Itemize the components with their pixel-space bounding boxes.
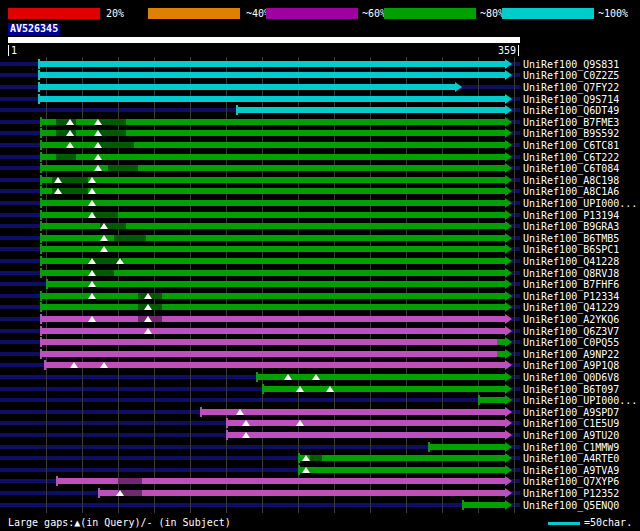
hit-label[interactable]: UniRef100_A9NP22: [523, 349, 619, 360]
alignment-bar-segment[interactable]: [138, 165, 505, 171]
hit-label[interactable]: UniRef100_P12334: [523, 291, 619, 302]
hit-label[interactable]: UniRef100_P13194: [523, 210, 619, 221]
hit-label[interactable]: UniRef100_C6T084: [523, 163, 619, 174]
hit-label[interactable]: UniRef100_Q9S831: [523, 59, 619, 70]
hit-label[interactable]: UniRef100_A2YKQ6: [523, 314, 619, 325]
alignment-bar-segment[interactable]: [40, 258, 90, 264]
hit-label[interactable]: UniRef100_B6TMB5: [523, 233, 619, 244]
alignment-bar-segment[interactable]: [38, 84, 455, 90]
hit-label[interactable]: UniRef100_Q41229: [523, 302, 619, 313]
alignment-bar-segment[interactable]: [40, 339, 497, 345]
hit-label[interactable]: UniRef100_UPI000...: [523, 198, 637, 209]
alignment-bar-segment[interactable]: [122, 258, 505, 264]
alignment-bar-segment[interactable]: [44, 362, 505, 368]
hit-label[interactable]: UniRef100_B9GRA3: [523, 221, 619, 232]
hit-label[interactable]: UniRef100_A9P1Q8: [523, 360, 619, 371]
hit-label[interactable]: UniRef100_Q9S714: [523, 94, 619, 105]
hit-label[interactable]: UniRef100_Q7XYP6: [523, 476, 619, 487]
alignment-bar-segment[interactable]: [298, 467, 505, 473]
hit-label[interactable]: UniRef100_Q6DT49: [523, 105, 619, 116]
alignment-bar-segment[interactable]: [226, 432, 505, 438]
hit-label[interactable]: UniRef100_C6T222: [523, 152, 619, 163]
alignment-bar-segment[interactable]: [56, 154, 76, 160]
alignment-bar-segment[interactable]: [40, 200, 505, 206]
hit-label[interactable]: UniRef100_A8C1A6: [523, 186, 619, 197]
alignment-bar-segment[interactable]: [497, 339, 505, 345]
alignment-bar-segment[interactable]: [46, 281, 505, 287]
hit-label[interactable]: UniRef100_B7FME3: [523, 117, 619, 128]
alignment-bar-segment[interactable]: [118, 478, 142, 484]
alignment-bar-segment[interactable]: [56, 478, 118, 484]
alignment-bar-segment[interactable]: [310, 455, 322, 461]
hit-label[interactable]: UniRef100_B6SPC1: [523, 244, 619, 255]
alignment-bar-segment[interactable]: [497, 351, 505, 357]
hit-label[interactable]: UniRef100_Q6Z3V7: [523, 326, 619, 337]
hit-label[interactable]: UniRef100_C0Z2Z5: [523, 70, 619, 81]
hit-label[interactable]: UniRef100_Q7FY22: [523, 82, 619, 93]
hit-label[interactable]: UniRef100_UPI000...: [523, 395, 637, 406]
alignment-bar-segment[interactable]: [40, 212, 94, 218]
hit-label[interactable]: UniRef100_B7FHF6: [523, 279, 619, 290]
alignment-bar-segment[interactable]: [40, 328, 505, 334]
alignment-bar-segment[interactable]: [142, 478, 505, 484]
alignment-bar-segment[interactable]: [38, 96, 505, 102]
hit-label[interactable]: UniRef100_C1MMW9: [523, 442, 619, 453]
hit-label[interactable]: UniRef100_A8C198: [523, 175, 619, 186]
alignment-bar-segment[interactable]: [40, 270, 90, 276]
alignment-bar-segment[interactable]: [108, 165, 138, 171]
alignment-bar-segment[interactable]: [162, 316, 505, 322]
alignment-bar-segment[interactable]: [40, 246, 505, 252]
alignment-bar-segment[interactable]: [40, 223, 100, 229]
hit-label[interactable]: UniRef100_Q8RVJ8: [523, 268, 619, 279]
alignment-bar-segment[interactable]: [38, 72, 505, 78]
alignment-bar-segment[interactable]: [146, 235, 505, 241]
alignment-bar-segment[interactable]: [126, 130, 505, 136]
alignment-bar-segment[interactable]: [462, 502, 505, 508]
alignment-bar-segment[interactable]: [40, 130, 56, 136]
alignment-bar-segment[interactable]: [94, 212, 118, 218]
alignment-bar-segment[interactable]: [428, 444, 505, 450]
alignment-bar-segment[interactable]: [40, 351, 497, 357]
alignment-bar-segment[interactable]: [126, 223, 505, 229]
alignment-bar-segment[interactable]: [236, 107, 505, 113]
hit-label[interactable]: UniRef100_B6T097: [523, 384, 619, 395]
alignment-bar-segment[interactable]: [142, 490, 505, 496]
hit-label[interactable]: UniRef100_Q41228: [523, 256, 619, 267]
alignment-bar-segment[interactable]: [98, 490, 118, 496]
hit-label[interactable]: UniRef100_A9TVA9: [523, 465, 619, 476]
hit-label[interactable]: UniRef100_C6TC81: [523, 140, 619, 151]
hit-label[interactable]: UniRef100_Q0D6V8: [523, 372, 619, 383]
hit-label[interactable]: UniRef100_A4RTE0: [523, 453, 619, 464]
alignment-bar-segment[interactable]: [162, 293, 505, 299]
hit-label[interactable]: UniRef100_P12352: [523, 488, 619, 499]
alignment-bar-segment[interactable]: [478, 397, 505, 403]
gap-marker-icon: [312, 374, 320, 380]
alignment-bar-segment[interactable]: [98, 142, 134, 148]
alignment-bar-segment[interactable]: [226, 420, 505, 426]
alignment-bar-segment[interactable]: [88, 188, 505, 194]
alignment-bar-segment[interactable]: [200, 409, 505, 415]
alignment-bar-segment[interactable]: [114, 235, 146, 241]
alignment-bar-segment[interactable]: [88, 177, 505, 183]
alignment-bar-segment[interactable]: [162, 304, 505, 310]
hit-label[interactable]: UniRef100_A9TU20: [523, 430, 619, 441]
alignment-bar-segment[interactable]: [114, 270, 505, 276]
gap-marker-icon: [242, 432, 250, 438]
alignment-bar-segment[interactable]: [38, 61, 505, 67]
hit-label[interactable]: UniRef100_B9S592: [523, 128, 619, 139]
alignment-bar-segment[interactable]: [118, 212, 505, 218]
hit-label[interactable]: UniRef100_Q5ENQ0: [523, 500, 619, 511]
alignment-bar-segment[interactable]: [322, 455, 505, 461]
alignment-bar-segment[interactable]: [40, 154, 56, 160]
alignment-bar-segment[interactable]: [256, 374, 505, 380]
hit-label[interactable]: UniRef100_A9SPD7: [523, 407, 619, 418]
alignment-bar-segment[interactable]: [40, 119, 56, 125]
alignment-bar-segment[interactable]: [134, 142, 505, 148]
hit-label[interactable]: UniRef100_C0PQ55: [523, 337, 619, 348]
alignment-bar-segment[interactable]: [76, 154, 505, 160]
alignment-bar-segment[interactable]: [98, 119, 126, 125]
alignment-bar-segment[interactable]: [98, 130, 126, 136]
alignment-bar-segment[interactable]: [126, 119, 505, 125]
alignment-bar-segment[interactable]: [40, 304, 138, 310]
hit-label[interactable]: UniRef100_C1E5U9: [523, 418, 619, 429]
